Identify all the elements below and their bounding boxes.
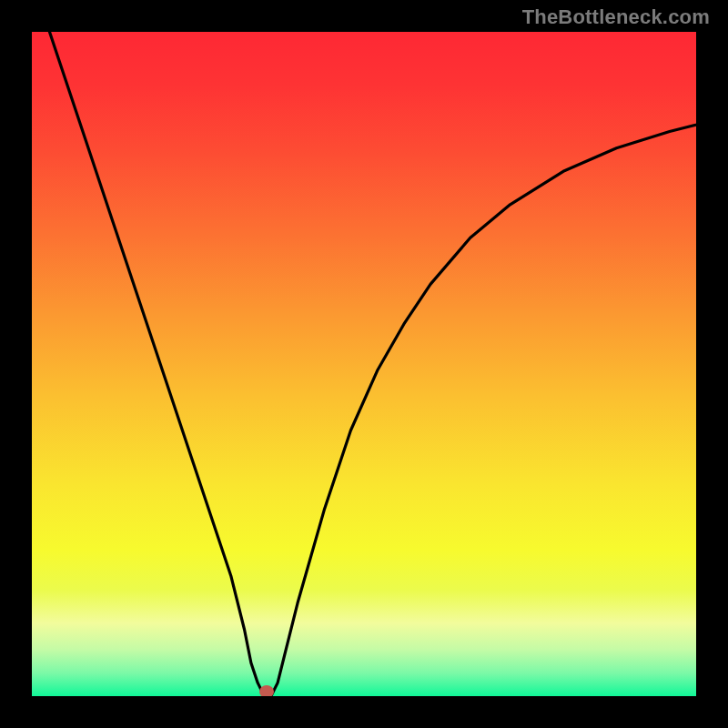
outer-frame: TheBottleneck.com xyxy=(0,0,728,728)
bottleneck-curve xyxy=(32,32,696,696)
optimal-point-marker xyxy=(259,685,274,696)
watermark-text: TheBottleneck.com xyxy=(522,5,710,29)
plot-area xyxy=(32,32,696,696)
